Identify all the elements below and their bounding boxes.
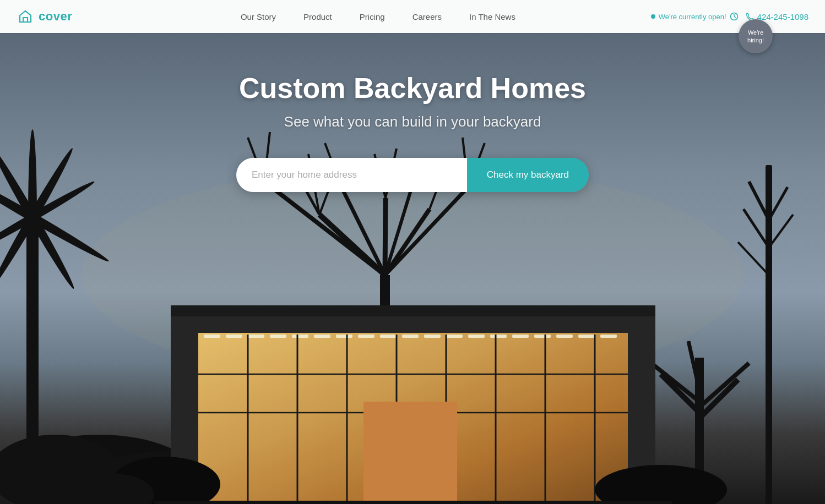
- nav-careers[interactable]: Careers: [413, 12, 442, 21]
- logo-text: cover: [39, 9, 72, 24]
- check-backyard-button[interactable]: Check my backyard: [467, 158, 589, 192]
- nav-pricing[interactable]: Pricing: [360, 12, 385, 21]
- search-form: Check my backyard: [236, 158, 589, 192]
- navbar-right: We're currently open! 424-245-1098: [651, 12, 808, 21]
- nav-product[interactable]: Product: [303, 12, 332, 21]
- logo-icon: [17, 8, 34, 25]
- svg-line-3: [734, 17, 736, 18]
- navbar: cover Our Story Product Pricing Careers …: [0, 0, 825, 33]
- hiring-line1: We're: [748, 29, 763, 36]
- nav-our-story[interactable]: Our Story: [241, 12, 276, 21]
- address-input[interactable]: [236, 158, 467, 192]
- clock-icon: [730, 12, 739, 21]
- logo-link[interactable]: cover: [17, 8, 72, 25]
- hero-content: Custom Backyard Homes See what you can b…: [0, 33, 825, 192]
- svg-rect-0: [23, 18, 28, 22]
- hiring-badge[interactable]: We're hiring!: [739, 19, 773, 53]
- open-dot-icon: [651, 14, 655, 19]
- hiring-line2: hiring!: [747, 36, 764, 44]
- hero-title: Custom Backyard Homes: [239, 72, 586, 105]
- open-text: We're currently open!: [659, 13, 726, 21]
- hero-subtitle: See what you can build in your backyard: [284, 113, 541, 130]
- nav-in-the-news[interactable]: In The News: [469, 12, 515, 21]
- main-nav: Our Story Product Pricing Careers In The…: [105, 12, 650, 21]
- open-badge: We're currently open!: [651, 12, 739, 21]
